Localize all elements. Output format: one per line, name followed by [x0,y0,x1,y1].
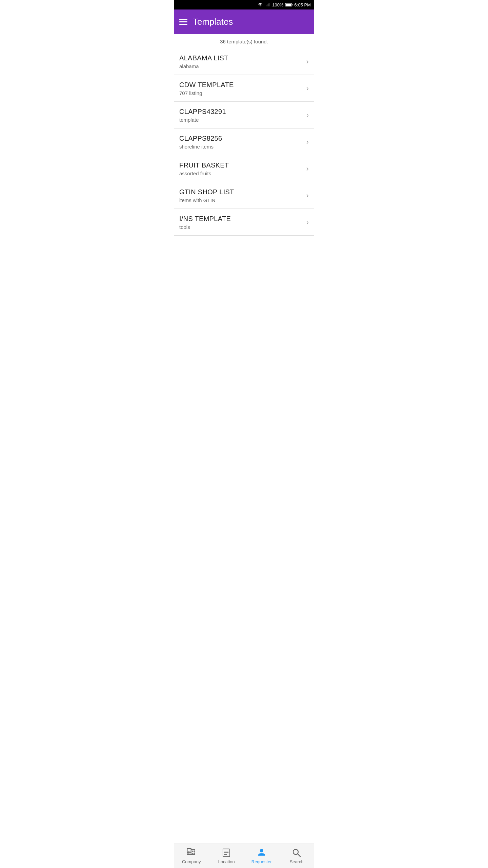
template-name: ALABAMA LIST [179,54,228,62]
svg-rect-1 [267,4,267,6]
chevron-right-icon: › [306,138,309,146]
template-info: I/NS TEMPLATE tools [179,215,231,230]
svg-rect-5 [292,4,292,5]
chevron-right-icon: › [306,111,309,120]
chevron-right-icon: › [306,84,309,93]
template-subtitle: items with GTIN [179,197,234,203]
template-info: CDW TEMPLATE 707 listing [179,81,234,96]
template-item[interactable]: FRUIT BASKET assorted fruits › [174,155,314,182]
chevron-right-icon: › [306,218,309,227]
status-bar: 100% 6:05 PM [174,0,314,9]
status-icons: 100% 6:05 PM [257,2,311,7]
template-subtitle: assorted fruits [179,171,229,176]
template-name: CDW TEMPLATE [179,81,234,89]
template-name: I/NS TEMPLATE [179,215,231,223]
template-item[interactable]: CLAPPS8256 shoreline items › [174,129,314,155]
template-item[interactable]: CDW TEMPLATE 707 listing › [174,75,314,102]
time-text: 6:05 PM [294,2,311,7]
template-item[interactable]: I/NS TEMPLATE tools › [174,209,314,236]
template-subtitle: shoreline items [179,144,222,150]
wifi-icon [257,2,263,7]
template-name: CLAPPS43291 [179,108,226,116]
battery-icon [285,2,293,7]
template-info: ALABAMA LIST alabama [179,54,228,69]
svg-rect-2 [268,4,268,6]
chevron-right-icon: › [306,191,309,200]
chevron-right-icon: › [306,57,309,66]
template-list: ALABAMA LIST alabama › CDW TEMPLATE 707 … [174,48,314,236]
template-subtitle: tools [179,224,231,230]
svg-rect-3 [269,3,269,6]
template-subtitle: alabama [179,63,228,69]
template-name: FRUIT BASKET [179,161,229,169]
template-item[interactable]: GTIN SHOP LIST items with GTIN › [174,182,314,209]
page-title: Templates [193,17,233,27]
template-subtitle: 707 listing [179,90,234,96]
menu-button[interactable] [179,19,187,25]
signal-icon [265,2,270,7]
template-info: GTIN SHOP LIST items with GTIN [179,188,234,203]
template-item[interactable]: ALABAMA LIST alabama › [174,48,314,75]
template-name: GTIN SHOP LIST [179,188,234,196]
svg-rect-0 [266,5,266,6]
svg-rect-6 [286,4,291,6]
template-info: FRUIT BASKET assorted fruits [179,161,229,176]
chevron-right-icon: › [306,164,309,173]
template-count: 36 template(s) found. [174,34,314,48]
app-header: Templates [174,9,314,34]
template-info: CLAPPS43291 template [179,108,226,123]
template-item[interactable]: CLAPPS43291 template › [174,102,314,129]
battery-text: 100% [272,2,283,7]
template-name: CLAPPS8256 [179,135,222,142]
template-info: CLAPPS8256 shoreline items [179,135,222,150]
template-subtitle: template [179,117,226,123]
